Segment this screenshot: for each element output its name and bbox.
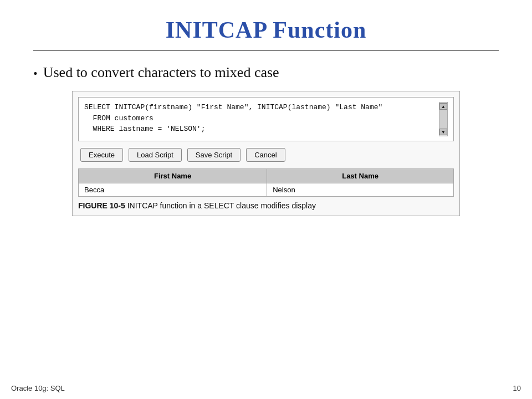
scroll-up-arrow[interactable]: ▲ <box>439 103 447 110</box>
sql-line2: FROM customers <box>84 114 154 122</box>
scroll-down-arrow[interactable]: ▼ <box>439 129 447 135</box>
figure-caption: FIGURE 10-5 INITCAP function in a SELECT… <box>78 201 454 210</box>
figure-container: SELECT INITCAP(firstname) "First Name", … <box>72 91 460 216</box>
footer-right: 10 <box>513 384 521 392</box>
sql-text: SELECT INITCAP(firstname) "First Name", … <box>84 102 437 136</box>
cancel-button[interactable]: Cancel <box>246 148 285 162</box>
bullet-dot: • <box>33 66 38 81</box>
slide-container: INITCAP Function • Used to convert chara… <box>0 0 532 399</box>
bullet-section: • Used to convert characters to mixed ca… <box>33 64 499 81</box>
bullet-text: Used to convert characters to mixed case <box>43 64 279 81</box>
results-table: First Name Last Name Becca Nelson <box>78 168 454 197</box>
scrollbar[interactable]: ▲ ▼ <box>439 102 448 136</box>
col-header-firstname: First Name <box>79 169 267 183</box>
execute-button[interactable]: Execute <box>80 148 123 162</box>
bullet-item: • Used to convert characters to mixed ca… <box>33 64 499 81</box>
title-divider <box>33 50 499 51</box>
load-script-button[interactable]: Load Script <box>129 148 182 162</box>
table-row: Becca Nelson <box>79 183 454 197</box>
figure-caption-text: INITCAP function in a SELECT clause modi… <box>125 201 316 210</box>
footer: Oracle 10g: SQL 10 <box>0 384 532 392</box>
save-script-button[interactable]: Save Script <box>187 148 241 162</box>
sql-box: SELECT INITCAP(firstname) "First Name", … <box>78 97 454 141</box>
cell-lastname: Nelson <box>267 183 454 197</box>
col-header-lastname: Last Name <box>267 169 454 183</box>
scroll-track <box>439 110 447 129</box>
cell-firstname: Becca <box>79 183 267 197</box>
table-header-row: First Name Last Name <box>79 169 454 183</box>
figure-label: FIGURE 10-5 <box>78 201 125 210</box>
sql-line3: WHERE lastname = 'NELSON'; <box>84 125 205 133</box>
buttons-row: Execute Load Script Save Script Cancel <box>78 148 454 162</box>
slide-title: INITCAP Function <box>33 17 499 43</box>
sql-line1: SELECT INITCAP(firstname) "First Name", … <box>84 103 382 111</box>
footer-left: Oracle 10g: SQL <box>11 384 65 392</box>
